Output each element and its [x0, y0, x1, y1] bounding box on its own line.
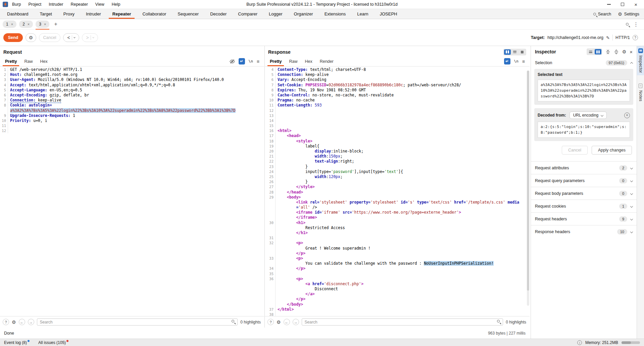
response-tab-raw[interactable]: Raw — [285, 56, 301, 66]
selection-section-header[interactable]: Selection 97 (0x61) — [531, 57, 637, 68]
request-tab-hex[interactable]: Hex — [36, 56, 51, 66]
settings-button[interactable]: ⚙ Settings — [618, 12, 639, 16]
selected-text-value[interactable]: a%3A2%3A%7Bs%3A5%3A%22login%22%3Bs%3A 10… — [538, 80, 630, 101]
side-tab-notes[interactable]: Notes — [637, 81, 644, 104]
word-wrap-icon[interactable]: ↵ — [239, 58, 245, 64]
dock-left-icon[interactable] — [587, 49, 594, 54]
menu-view[interactable]: View — [95, 2, 104, 7]
inspector-section-request-query-parameters[interactable]: Request query parameters0 — [531, 174, 637, 187]
menu-project[interactable]: Project — [28, 2, 41, 7]
tab-sequencer[interactable]: Sequencer — [172, 9, 204, 19]
editor-menu-icon[interactable]: ≡ — [257, 59, 259, 64]
previous-match-icon[interactable]: ← — [19, 319, 25, 325]
tab-proxy[interactable]: Proxy — [58, 9, 80, 19]
tab-collaborator[interactable]: Collaborator — [137, 9, 172, 19]
info-icon[interactable]: i — [577, 340, 582, 345]
tab-organizer[interactable]: Organizer — [288, 9, 319, 19]
search-settings-icon[interactable]: ⚙ — [12, 320, 16, 325]
menu-repeater[interactable]: Repeater — [70, 2, 88, 7]
maximize-icon[interactable] — [621, 3, 624, 6]
request-editor[interactable]: 1GET /web-serveur/ch28/ HTTP/1.12Host: c… — [0, 67, 264, 316]
protocol-label[interactable]: HTTP/1 — [615, 35, 630, 40]
response-tab-pretty[interactable]: Pretty — [266, 56, 285, 66]
layout-single-icon[interactable] — [519, 49, 526, 55]
menu-burp[interactable]: Burp — [12, 2, 21, 7]
tab-target[interactable]: Target — [34, 9, 58, 19]
add-decoding-step-icon[interactable]: + — [624, 113, 630, 118]
tab-repeater[interactable]: Repeater — [107, 9, 137, 19]
repeater-tab-1[interactable]: 1× — [3, 20, 16, 28]
response-scrollbar[interactable] — [527, 71, 529, 306]
request-search-input[interactable] — [37, 318, 238, 326]
encoding-dropdown[interactable]: URL encoding — [569, 112, 607, 119]
repeater-tab-3[interactable]: 3× — [36, 20, 49, 28]
request-title: Request — [0, 46, 264, 56]
new-repeater-tab-button[interactable]: + — [52, 21, 59, 27]
inspector-cancel-button[interactable]: Cancel — [562, 146, 588, 155]
tab-dashboard[interactable]: Dashboard — [1, 9, 34, 19]
collapse-all-icon[interactable] — [605, 49, 610, 54]
show-newlines-icon[interactable]: \n — [514, 59, 518, 63]
decoded-text-value[interactable]: a:2:{s:5:"login";s:10:"superadmin";s: 8:… — [538, 122, 630, 138]
tab-joseph[interactable]: JOSEPH — [374, 9, 403, 19]
tab-decoder[interactable]: Decoder — [204, 9, 232, 19]
back-button[interactable]: < — [63, 33, 79, 42]
response-search-input[interactable] — [302, 318, 503, 326]
inspector-close-icon[interactable]: × — [630, 49, 633, 54]
tab-comparer[interactable]: Comparer — [232, 9, 263, 19]
close-tab-icon[interactable]: × — [28, 22, 30, 26]
request-tab-raw[interactable]: Raw — [20, 56, 36, 66]
inspector-section-request-headers[interactable]: Request headers9 — [531, 212, 637, 225]
tab-extensions[interactable]: Extensions — [319, 9, 352, 19]
layout-columns-icon[interactable] — [504, 49, 511, 55]
tab-search-icon[interactable] — [626, 23, 629, 26]
inspector-section-request-attributes[interactable]: Request attributes2 — [531, 161, 637, 174]
word-wrap-icon[interactable]: ↵ — [504, 58, 510, 64]
close-tab-icon[interactable]: × — [44, 22, 46, 26]
hide-nonprintable-icon[interactable] — [230, 59, 235, 64]
menu-help[interactable]: Help — [112, 2, 120, 7]
next-match-icon[interactable]: → — [293, 319, 299, 325]
repeater-tab-2[interactable]: 2× — [19, 20, 33, 28]
layout-rows-icon[interactable] — [511, 49, 518, 55]
show-newlines-icon[interactable]: \n — [249, 59, 253, 63]
cancel-button[interactable]: Cancel — [39, 33, 60, 42]
side-tab-inspector[interactable]: Inspector — [637, 46, 644, 75]
close-icon[interactable]: × — [634, 2, 637, 7]
send-options-button[interactable]: ⚙ — [26, 33, 36, 42]
response-tab-render[interactable]: Render — [316, 56, 337, 66]
dock-right-icon[interactable] — [595, 49, 601, 54]
apply-changes-button[interactable]: Apply changes — [592, 146, 632, 155]
response-editor[interactable]: 4Content-Type: text/html; charset=UTF-85… — [265, 67, 530, 316]
forward-button[interactable]: > — [82, 33, 98, 42]
response-tab-hex[interactable]: Hex — [301, 56, 316, 66]
all-issues-button[interactable]: All issues (105) — [38, 340, 68, 345]
next-match-icon[interactable]: → — [28, 319, 34, 325]
editor-menu-icon[interactable]: ≡ — [522, 59, 525, 64]
menu-intruder[interactable]: Intruder — [49, 2, 63, 7]
more-options-icon[interactable]: ⋮ — [633, 21, 639, 28]
search-settings-icon[interactable]: ⚙ — [277, 320, 281, 325]
send-button[interactable]: Send — [3, 33, 23, 42]
inspector-section-response-headers[interactable]: Response headers10 — [531, 225, 637, 238]
edit-target-icon[interactable]: ✎ — [606, 35, 610, 40]
expand-all-icon[interactable] — [614, 49, 619, 54]
request-tab-pretty[interactable]: Pretty — [1, 56, 20, 66]
minimize-icon[interactable] — [607, 4, 611, 5]
inspector-settings-icon[interactable]: ⚙ — [622, 49, 627, 54]
search-help-icon[interactable]: ? — [267, 319, 274, 325]
previous-match-icon[interactable]: ← — [284, 319, 290, 325]
tab-logger[interactable]: Logger — [263, 9, 288, 19]
help-icon[interactable]: ? — [633, 35, 638, 40]
selected-text-card: Selected text a%3A2%3A%7Bs%3A5%3A%22logi… — [534, 69, 633, 105]
global-search-button[interactable]: Search — [593, 12, 611, 16]
close-tab-icon[interactable]: × — [11, 22, 13, 26]
inspector-section-request-cookies[interactable]: Request cookies1 — [531, 200, 637, 212]
tab-intruder[interactable]: Intruder — [80, 9, 107, 19]
inspector-section-request-body-parameters[interactable]: Request body parameters0 — [531, 187, 637, 200]
line-content: Accept: text/html,application/xhtml+xml,… — [8, 83, 175, 88]
event-log-button[interactable]: Event log (8) — [4, 340, 30, 345]
search-help-icon[interactable]: ? — [3, 319, 9, 325]
line-number: 17 — [265, 133, 276, 138]
tab-learn[interactable]: Learn — [351, 9, 374, 19]
